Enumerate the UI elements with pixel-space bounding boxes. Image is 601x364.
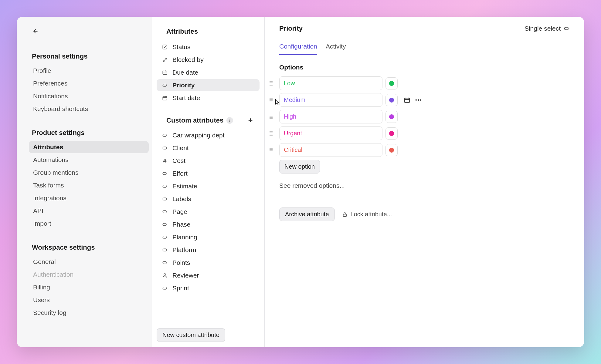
option-row-medium: ••• bbox=[279, 93, 570, 107]
attr-estimate[interactable]: Estimate bbox=[157, 180, 260, 192]
attr-label: Reviewer bbox=[172, 272, 199, 279]
tab-activity[interactable]: Activity bbox=[326, 40, 346, 55]
new-option-button[interactable]: New option bbox=[279, 160, 320, 174]
attr-car-wrapping-dept[interactable]: Car wrapping dept bbox=[157, 129, 260, 141]
attributes-title: Attributes bbox=[157, 25, 260, 41]
color-picker-critical[interactable] bbox=[385, 144, 398, 156]
attr-client[interactable]: Client bbox=[157, 142, 260, 154]
attr-label: Sprint bbox=[172, 285, 189, 292]
attr-start-date[interactable]: Start date bbox=[157, 92, 260, 104]
add-custom-attribute-button[interactable]: + bbox=[246, 116, 255, 125]
svg-rect-1 bbox=[163, 45, 167, 49]
sidebar-item-group-mentions[interactable]: Group mentions bbox=[29, 167, 149, 179]
sidebar-item-general[interactable]: General bbox=[29, 256, 149, 268]
drag-handle-icon[interactable] bbox=[268, 80, 274, 86]
new-custom-attribute-button[interactable]: New custom attribute bbox=[157, 328, 225, 342]
calendar-icon bbox=[161, 95, 168, 101]
attr-label: Due date bbox=[172, 69, 198, 76]
color-picker-urgent[interactable] bbox=[385, 127, 398, 140]
calendar-icon[interactable] bbox=[404, 97, 410, 103]
hash-icon bbox=[161, 157, 168, 164]
attr-label: Effort bbox=[172, 170, 188, 177]
sidebar-item-preferences[interactable]: Preferences bbox=[29, 77, 149, 89]
drag-handle-icon[interactable] bbox=[268, 130, 274, 136]
attr-points[interactable]: Points bbox=[157, 257, 260, 269]
color-picker-medium[interactable] bbox=[385, 94, 398, 106]
sidebar-item-api[interactable]: API bbox=[29, 205, 149, 217]
option-input-medium[interactable] bbox=[279, 93, 382, 107]
tag-icon bbox=[161, 132, 168, 139]
attr-label: Client bbox=[172, 144, 189, 152]
attr-due-date[interactable]: Due date bbox=[157, 66, 260, 79]
tag-icon bbox=[161, 259, 168, 266]
back-button[interactable] bbox=[30, 26, 41, 37]
color-picker-low[interactable] bbox=[385, 77, 398, 89]
sidebar-item-keyboard-shortcuts[interactable]: Keyboard shortcuts bbox=[29, 103, 149, 115]
attr-reviewer[interactable]: Reviewer bbox=[157, 269, 260, 281]
attr-planning[interactable]: Planning bbox=[157, 231, 260, 243]
section-personal-settings: Personal settings bbox=[29, 50, 149, 63]
sidebar-item-notifications[interactable]: Notifications bbox=[29, 90, 149, 102]
attr-label: Status bbox=[172, 43, 191, 51]
svg-line-14 bbox=[164, 159, 165, 163]
attribute-type-label: Single select bbox=[525, 25, 561, 32]
attr-phase[interactable]: Phase bbox=[157, 218, 260, 231]
custom-attributes-header: Custom attributes i + bbox=[157, 105, 260, 129]
section-workspace-settings: Workspace settings bbox=[29, 241, 149, 254]
attr-priority[interactable]: Priority bbox=[157, 79, 260, 91]
sidebar-item-integrations[interactable]: Integrations bbox=[29, 192, 149, 204]
option-input-low[interactable] bbox=[279, 76, 382, 90]
sidebar-item-users[interactable]: Users bbox=[29, 294, 149, 306]
sidebar-item-import[interactable]: Import bbox=[29, 217, 149, 230]
tag-icon bbox=[161, 247, 168, 253]
more-options-icon[interactable]: ••• bbox=[415, 97, 422, 103]
option-row-high bbox=[279, 110, 570, 123]
drag-handle-icon[interactable] bbox=[268, 97, 274, 103]
detail-tabs: Configuration Activity bbox=[279, 40, 570, 55]
tag-icon bbox=[161, 183, 168, 190]
sidebar-item-profile[interactable]: Profile bbox=[29, 65, 149, 77]
sidebar-item-billing[interactable]: Billing bbox=[29, 281, 149, 293]
attr-platform[interactable]: Platform bbox=[157, 244, 260, 256]
drag-handle-icon[interactable] bbox=[268, 114, 274, 120]
tag-icon bbox=[161, 196, 168, 202]
calendar-icon bbox=[161, 69, 168, 76]
option-row-urgent bbox=[279, 126, 570, 140]
tag-icon bbox=[564, 25, 570, 32]
attr-labels[interactable]: Labels bbox=[157, 193, 260, 205]
svg-rect-25 bbox=[405, 98, 410, 103]
attr-label: Platform bbox=[172, 246, 196, 254]
attr-label: Page bbox=[172, 208, 187, 215]
attr-status[interactable]: Status bbox=[157, 41, 260, 53]
section-product-settings: Product settings bbox=[29, 126, 149, 139]
svg-line-15 bbox=[165, 159, 166, 163]
see-removed-options-link[interactable]: See removed options... bbox=[279, 182, 570, 189]
drag-handle-icon[interactable] bbox=[268, 147, 274, 153]
attr-label: Blocked by bbox=[172, 56, 204, 63]
sidebar-item-authentication[interactable]: Authentication bbox=[29, 268, 149, 281]
sidebar-item-task-forms[interactable]: Task forms bbox=[29, 179, 149, 191]
attr-effort[interactable]: Effort bbox=[157, 167, 260, 180]
custom-attributes-title: Custom attributes bbox=[166, 116, 223, 124]
sidebar-item-security-log[interactable]: Security log bbox=[29, 307, 149, 319]
attr-page[interactable]: Page bbox=[157, 206, 260, 218]
option-input-high[interactable] bbox=[279, 110, 382, 123]
attribute-type[interactable]: Single select bbox=[525, 25, 570, 32]
attr-label: Phase bbox=[172, 221, 191, 228]
option-input-critical[interactable] bbox=[279, 143, 382, 157]
attr-cost[interactable]: Cost bbox=[157, 155, 260, 167]
svg-point-16 bbox=[164, 274, 166, 275]
sidebar-item-attributes[interactable]: Attributes bbox=[29, 141, 149, 153]
attr-sprint[interactable]: Sprint bbox=[157, 282, 260, 294]
tab-configuration[interactable]: Configuration bbox=[279, 40, 317, 55]
sidebar-item-automations[interactable]: Automations bbox=[29, 154, 149, 166]
info-icon[interactable]: i bbox=[226, 117, 233, 124]
tag-icon bbox=[161, 145, 168, 151]
svg-rect-8 bbox=[163, 96, 167, 100]
archive-attribute-button[interactable]: Archive attribute bbox=[279, 207, 335, 221]
lock-attribute-button[interactable]: Lock attribute... bbox=[342, 211, 392, 218]
option-input-urgent[interactable] bbox=[279, 126, 382, 140]
attribute-detail-panel: Priority Single select Configuration Act… bbox=[265, 17, 584, 347]
attr-blocked-by[interactable]: Blocked by bbox=[157, 54, 260, 66]
color-picker-high[interactable] bbox=[385, 111, 398, 123]
